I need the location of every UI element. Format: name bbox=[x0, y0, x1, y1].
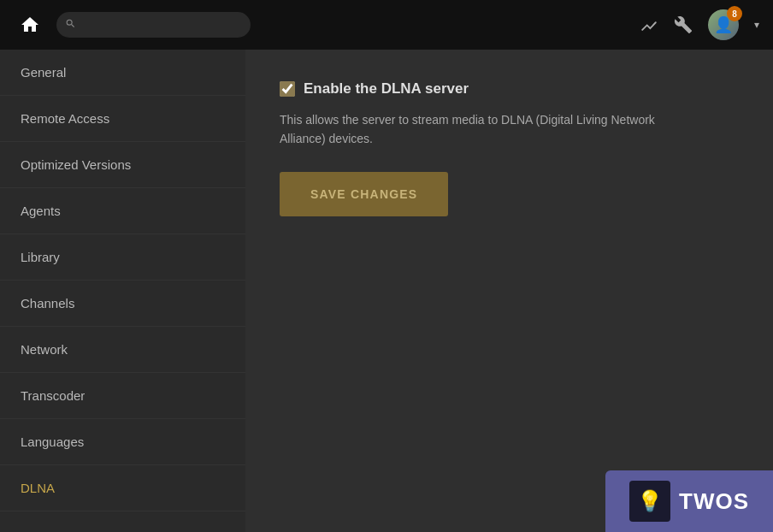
sidebar-item-general[interactable]: General bbox=[0, 50, 245, 96]
dlna-checkbox[interactable] bbox=[280, 81, 295, 97]
save-changes-button[interactable]: SAVE CHANGES bbox=[280, 172, 448, 216]
dlna-description: This allows the server to stream media t… bbox=[280, 111, 690, 148]
topbar: 👤 8 ▾ bbox=[0, 0, 773, 50]
sidebar-item-channels[interactable]: Channels bbox=[0, 281, 245, 327]
sidebar-item-remote-access[interactable]: Remote Access bbox=[0, 96, 245, 142]
sidebar-item-library[interactable]: Library bbox=[0, 234, 245, 281]
sidebar-item-dlna[interactable]: DLNA bbox=[0, 465, 245, 511]
activity-icon[interactable] bbox=[640, 15, 658, 34]
enable-dlna-row: Enable the DLNA server bbox=[280, 80, 739, 98]
search-icon bbox=[65, 18, 76, 32]
avatar-chevron-icon[interactable]: ▾ bbox=[754, 19, 759, 31]
home-button[interactable] bbox=[14, 9, 46, 41]
content-area: Enable the DLNA server This allows the s… bbox=[245, 50, 773, 532]
search-wrapper bbox=[56, 12, 296, 38]
twos-logo-icon: 💡 bbox=[629, 481, 670, 522]
dlna-title: Enable the DLNA server bbox=[304, 80, 469, 98]
sidebar-item-transcoder[interactable]: Transcoder bbox=[0, 373, 245, 419]
tools-icon[interactable] bbox=[674, 15, 693, 34]
sidebar-item-languages[interactable]: Languages bbox=[0, 419, 245, 465]
sidebar-item-optimized-versions[interactable]: Optimized Versions bbox=[0, 142, 245, 188]
sidebar-item-agents[interactable]: Agents bbox=[0, 188, 245, 234]
main-layout: General Remote Access Optimized Versions… bbox=[0, 50, 773, 532]
twos-text: TWOS bbox=[679, 488, 749, 515]
avatar-wrapper[interactable]: 👤 8 bbox=[708, 9, 739, 40]
notification-badge: 8 bbox=[727, 6, 742, 21]
twos-watermark: 💡 TWOS bbox=[605, 470, 773, 532]
topbar-right-icons: 👤 8 ▾ bbox=[640, 9, 759, 40]
sidebar-item-network[interactable]: Network bbox=[0, 327, 245, 373]
sidebar: General Remote Access Optimized Versions… bbox=[0, 50, 245, 532]
search-input[interactable] bbox=[56, 12, 251, 38]
